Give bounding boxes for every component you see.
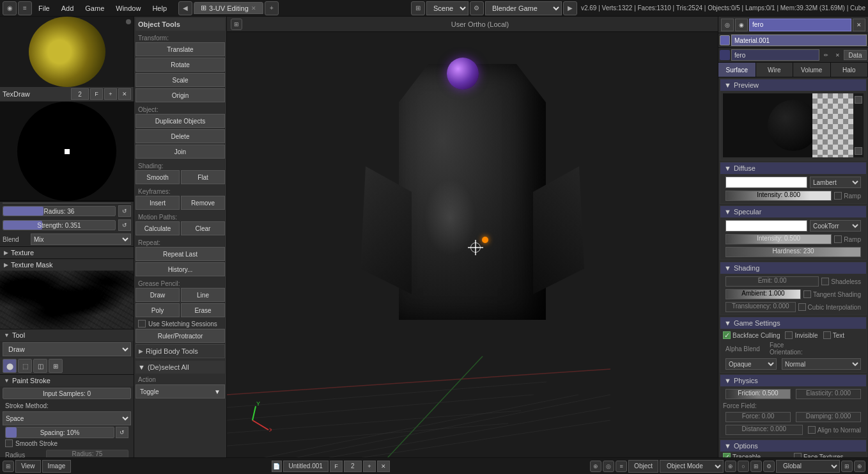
engine-selector[interactable]: Blender Game xyxy=(485,1,562,15)
invisible-cb[interactable] xyxy=(785,331,793,339)
workspace-tab-uv[interactable]: ⊞ 3-UV Editing ✕ xyxy=(194,2,263,14)
alpha-blend-select[interactable]: Opaque xyxy=(725,358,777,370)
radius-reset-btn[interactable]: ↺ xyxy=(118,205,131,217)
input-samples-slider[interactable]: Input Samples: 0 xyxy=(3,388,131,399)
statusbar-type-icon[interactable]: ⊞ xyxy=(3,461,14,472)
scale-btn[interactable]: Scale xyxy=(136,73,225,87)
history-btn[interactable]: History... xyxy=(136,262,225,276)
tool-f-btn[interactable]: F xyxy=(90,88,103,100)
blend-select[interactable]: Mix xyxy=(31,233,131,245)
specular-shader-select[interactable]: CookTorr xyxy=(810,220,861,232)
statusbar-x-btn[interactable]: ✕ xyxy=(377,461,390,472)
text-cb[interactable] xyxy=(823,331,831,339)
spacing-slider[interactable]: Spacing: 10% xyxy=(5,427,114,438)
toggle-dropdown[interactable]: Toggle ▼ xyxy=(136,384,225,399)
diffuse-shader-select[interactable]: Lambert xyxy=(810,177,861,188)
gp-line-btn[interactable]: Line xyxy=(181,288,225,302)
menu-game[interactable]: Game xyxy=(80,1,109,15)
tool-section-header[interactable]: ▼ Tool xyxy=(0,329,134,341)
rp-icon-1[interactable]: ◎ xyxy=(721,19,734,31)
tab-wire[interactable]: Wire xyxy=(756,63,794,77)
repeat-last-btn[interactable]: Repeat Last xyxy=(136,247,225,261)
tool-num[interactable]: 2 xyxy=(71,88,89,100)
options-header[interactable]: ▼ Options xyxy=(720,440,866,452)
scene-settings-icon[interactable]: ⚙ xyxy=(470,1,484,15)
origin-btn[interactable]: Origin xyxy=(136,88,225,102)
gp-poly-btn[interactable]: Poly xyxy=(136,303,180,317)
face-orient-select[interactable]: Normal xyxy=(782,358,861,370)
duplicate-objects-btn[interactable]: Duplicate Objects xyxy=(136,114,225,128)
cubic-cb[interactable] xyxy=(798,303,806,311)
menu-help[interactable]: Help xyxy=(147,1,172,15)
header-type-icon[interactable]: ≡ xyxy=(18,1,32,15)
statusbar-image-btn[interactable]: Image xyxy=(42,460,72,473)
workspace-add-icon[interactable]: + xyxy=(265,1,279,15)
tool-x-btn[interactable]: ✕ xyxy=(118,88,131,100)
menu-file[interactable]: File xyxy=(33,1,55,15)
tool-type-select[interactable]: Draw xyxy=(3,342,131,356)
game-settings-header[interactable]: ▼ Game Settings xyxy=(720,317,866,329)
rp-icon-2[interactable]: ◉ xyxy=(735,19,748,31)
remove-btn[interactable]: Remove xyxy=(181,196,225,210)
tab-halo[interactable]: Halo xyxy=(831,63,869,77)
data-render-label[interactable]: Data xyxy=(844,50,867,60)
radius-slider[interactable]: Radius: 36 xyxy=(3,206,116,216)
sketching-checkbox[interactable] xyxy=(138,320,146,328)
strength-reset-btn[interactable]: ↺ xyxy=(118,219,131,231)
scene-selector[interactable]: Scene xyxy=(426,1,469,15)
data-edit-icon[interactable]: ✏ xyxy=(821,50,831,60)
menu-window[interactable]: Window xyxy=(111,1,146,15)
statusbar-view-btn[interactable]: View xyxy=(15,460,41,473)
viewport-scene[interactable]: X Y xyxy=(227,32,718,459)
tool-icon-1[interactable]: ⬤ xyxy=(3,359,17,373)
workspace-icon-left[interactable]: ◀ xyxy=(178,1,192,15)
tangent-cb[interactable] xyxy=(803,290,811,298)
statusbar-icon-4[interactable]: ⊕ xyxy=(725,461,736,472)
preview-header[interactable]: ▼ Preview xyxy=(720,79,866,91)
strength-slider[interactable]: Strength: 0.351 xyxy=(3,220,116,230)
diffuse-ramp-cb[interactable] xyxy=(834,192,842,200)
stroke-method-select[interactable]: Space xyxy=(3,411,131,425)
diffuse-intensity-bar[interactable]: Intensity: 0.800 xyxy=(725,191,832,201)
statusbar-plus-btn[interactable]: + xyxy=(363,461,376,472)
data-x-icon[interactable]: ✕ xyxy=(832,50,842,60)
statusbar-icon-1[interactable]: ⊕ xyxy=(590,461,601,472)
diffuse-header[interactable]: ▼ Diffuse xyxy=(720,162,866,174)
rotate-btn[interactable]: Rotate xyxy=(136,58,225,72)
tab-volume[interactable]: Volume xyxy=(793,63,831,77)
delete-btn[interactable]: Delete xyxy=(136,129,225,143)
spacing-reset-btn[interactable]: ↺ xyxy=(116,427,128,438)
specular-header[interactable]: ▼ Specular xyxy=(720,206,866,217)
smooth-stroke-checkbox[interactable] xyxy=(5,439,13,447)
shadeless-cb[interactable] xyxy=(821,278,829,285)
gp-erase-btn[interactable]: Erase xyxy=(181,303,225,317)
statusbar-file-name[interactable]: Untitled.001 xyxy=(283,461,329,472)
rp-object-name[interactable]: fero xyxy=(749,19,851,31)
menu-add[interactable]: Add xyxy=(56,1,79,15)
statusbar-icon-3[interactable]: ≡ xyxy=(616,461,627,472)
tool-plus-btn[interactable]: + xyxy=(104,88,117,100)
specular-ramp-cb[interactable] xyxy=(834,235,842,243)
scene-icon[interactable]: ⊞ xyxy=(411,1,425,15)
align-normal-cb[interactable] xyxy=(808,426,816,434)
tool-icon-4[interactable]: ⊞ xyxy=(49,359,63,373)
statusbar-icon-8[interactable]: ⊞ xyxy=(841,461,853,472)
viewport-type-icon[interactable]: ⊞ xyxy=(231,19,242,30)
clear-btn[interactable]: Clear xyxy=(181,221,225,235)
translate-btn[interactable]: Translate xyxy=(136,42,225,56)
ambient-bar[interactable]: Ambient: 1.000 xyxy=(725,289,801,299)
shading-header[interactable]: ▼ Shading xyxy=(720,262,866,274)
engine-icon[interactable]: ▶ xyxy=(563,1,577,15)
statusbar-icon-9[interactable]: ⊕ xyxy=(854,461,865,472)
gp-draw-btn[interactable]: Draw xyxy=(136,288,180,302)
blender-icon[interactable]: ◉ xyxy=(3,1,17,15)
rigid-body-tools-header[interactable]: ▶ Rigid Body Tools xyxy=(136,344,225,358)
viewport[interactable]: ⊞ User Ortho (Local) xyxy=(227,17,718,474)
ruler-btn[interactable]: Ruler/Protractor xyxy=(136,329,225,343)
elasticity-bar[interactable]: Elasticity: 0.000 xyxy=(796,389,861,399)
deselect-all-header[interactable]: ▼ (De)select All xyxy=(136,361,225,374)
force-bar[interactable]: Force: 0.00 xyxy=(725,412,791,422)
distance-bar[interactable]: Distance: 0.000 xyxy=(725,425,803,435)
texture-mask-section-header[interactable]: ▶ Texture Mask xyxy=(0,258,134,271)
damping-bar[interactable]: Damping: 0.000 xyxy=(796,412,861,422)
